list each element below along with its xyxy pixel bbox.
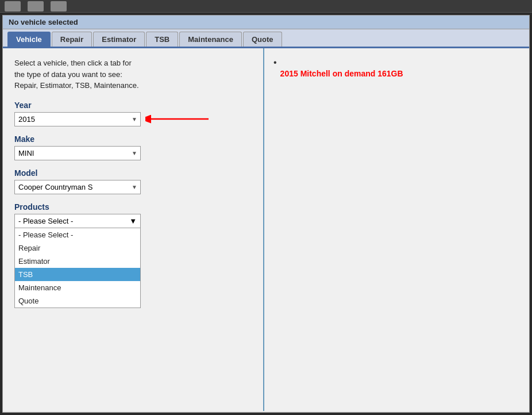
left-panel: Select a vehicle, then click a tab for t… (3, 48, 264, 411)
note-container: • 2015 Mitchell on demand 161GB (273, 57, 520, 78)
products-option-tsb[interactable]: TSB (15, 268, 140, 281)
products-dropdown-list: - Please Select - Repair Estimator TSB M… (14, 228, 141, 308)
products-chevron-icon: ▼ (129, 217, 137, 225)
right-panel: • 2015 Mitchell on demand 161GB (264, 48, 529, 411)
tab-maintenance[interactable]: Maintenance (179, 32, 242, 47)
products-dropdown-container: - Please Select - ▼ - Please Select - Re… (14, 214, 252, 228)
toolbar-icon-1[interactable] (5, 1, 21, 11)
model-dropdown-wrapper: Cooper Countryman S (14, 180, 141, 194)
year-select[interactable]: 2015 (14, 112, 141, 126)
year-wrapper: 2015 (14, 112, 252, 126)
main-container: No vehicle selected Vehicle Repair Estim… (2, 15, 530, 413)
toolbar-icon-3[interactable] (51, 1, 67, 11)
products-field-group: Products - Please Select - ▼ - Please Se… (14, 202, 252, 228)
tab-repair[interactable]: Repair (52, 32, 92, 47)
products-dropdown-header[interactable]: - Please Select - ▼ (14, 214, 141, 228)
instruction-text: Select a vehicle, then click a tab for t… (14, 57, 252, 91)
products-option-estimator[interactable]: Estimator (15, 255, 140, 268)
red-arrow-icon (145, 112, 214, 126)
model-field-group: Model Cooper Countryman S (14, 168, 252, 194)
tab-vehicle[interactable]: Vehicle (7, 32, 51, 47)
products-label: Products (14, 202, 252, 212)
make-label: Make (14, 135, 252, 144)
content-area: Select a vehicle, then click a tab for t… (3, 48, 529, 411)
year-field-group: Year 2015 (14, 101, 252, 126)
products-option-repair[interactable]: Repair (15, 241, 140, 255)
top-bar (0, 0, 532, 13)
note-text: 2015 Mitchell on demand 161GB (280, 69, 403, 78)
tab-tsb[interactable]: TSB (146, 32, 178, 47)
make-select[interactable]: MINI (14, 146, 141, 160)
make-dropdown-wrapper: MINI (14, 146, 141, 160)
make-field-group: Make MINI (14, 135, 252, 160)
year-dropdown-wrapper: 2015 (14, 112, 141, 126)
model-label: Model (14, 168, 252, 178)
products-option-quote[interactable]: Quote (15, 294, 140, 308)
year-label: Year (14, 101, 252, 110)
toolbar-icon-2[interactable] (28, 1, 44, 11)
tabs-bar: Vehicle Repair Estimator TSB Maintenance… (3, 29, 529, 48)
note-bullet-symbol: • (273, 57, 277, 68)
products-option-maintenance[interactable]: Maintenance (15, 281, 140, 294)
model-select[interactable]: Cooper Countryman S (14, 180, 141, 194)
products-option-please-select[interactable]: - Please Select - (15, 228, 140, 241)
tab-quote[interactable]: Quote (243, 32, 282, 47)
tab-estimator[interactable]: Estimator (93, 32, 145, 47)
top-bar-icons (5, 1, 67, 11)
products-selected-value: - Please Select - (18, 217, 73, 225)
no-vehicle-text: No vehicle selected (9, 18, 78, 26)
no-vehicle-bar: No vehicle selected (3, 16, 529, 29)
